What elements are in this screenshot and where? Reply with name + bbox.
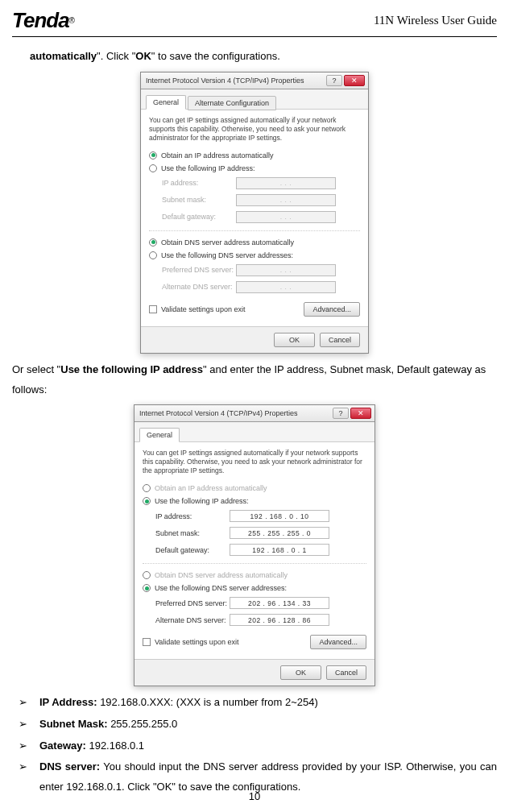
bullet-value: You should input the DNS server address …	[39, 760, 497, 793]
radio-label: Use the following IP address:	[155, 497, 248, 505]
ip-input[interactable]: 192 . 168 . 0 . 1	[230, 544, 329, 556]
bullet-icon: ➢	[19, 736, 39, 756]
ipv4-properties-dialog-auto: Internet Protocol Version 4 (TCP/IPv4) P…	[140, 72, 369, 354]
bullet-label: Gateway:	[39, 740, 86, 752]
bullet-value: 255.255.255.0	[108, 718, 178, 730]
list-item: ➢ Subnet Mask: 255.255.255.0	[19, 715, 497, 735]
help-icon[interactable]: ?	[326, 75, 342, 86]
bullet-list: ➢ IP Address: 192.168.0.XXX: (XXX is a n…	[19, 693, 497, 797]
para-useip: Or select "Use the following IP address"…	[12, 360, 497, 400]
field-label: Alternate DNS server:	[155, 616, 230, 624]
field-alternate-dns: Alternate DNS server: 202 . 96 . 128 . 8…	[143, 611, 366, 628]
bullet-icon: ➢	[19, 693, 39, 713]
field-subnet-mask: Subnet mask: . . .	[149, 192, 360, 209]
list-item: ➢ Gateway: 192.168.0.1	[19, 736, 497, 756]
advanced-button[interactable]: Advanced...	[304, 302, 360, 317]
field-default-gateway: Default gateway: . . .	[149, 209, 360, 226]
radio-obtain-dns-auto: Obtain DNS server address automatically	[143, 569, 366, 582]
radio-use-ip[interactable]: Use the following IP address:	[143, 495, 366, 508]
field-label: Default gateway:	[162, 213, 236, 221]
ip-input[interactable]: 202 . 96 . 134 . 33	[230, 597, 329, 609]
para-pre: Or select "	[12, 363, 60, 375]
doc-title: 11N Wireless User Guide	[374, 14, 497, 27]
field-label: Subnet mask:	[155, 529, 230, 537]
ip-input[interactable]: 255 . 255 . 255 . 0	[230, 527, 329, 539]
bullet-text: Gateway: 192.168.0.1	[39, 736, 497, 756]
radio-label: Obtain DNS server address automatically	[155, 571, 288, 579]
advanced-button[interactable]: Advanced...	[310, 635, 366, 649]
bullet-label: Subnet Mask:	[39, 718, 108, 730]
validate-checkbox-group[interactable]: Validate settings upon exit	[143, 638, 238, 646]
dialog-body: You can get IP settings assigned automat…	[141, 110, 368, 326]
dialog-footer: OK Cancel	[134, 659, 375, 686]
close-icon[interactable]: ✕	[344, 75, 365, 86]
logo-text: Tenda	[12, 8, 69, 32]
titlebar: Internet Protocol Version 4 (TCP/IPv4) P…	[141, 72, 368, 89]
para-bold: Use the following IP address	[60, 363, 203, 375]
radio-use-dns[interactable]: Use the following DNS server addresses:	[143, 582, 366, 594]
field-label: Subnet mask:	[162, 196, 236, 204]
ip-input: . . .	[236, 177, 336, 189]
page-number: 10	[0, 790, 509, 802]
dialog-body: You can get IP settings assigned automat…	[134, 442, 375, 659]
titlebar: Internet Protocol Version 4 (TCP/IPv4) P…	[134, 405, 375, 422]
ip-input: . . .	[236, 194, 336, 206]
bullet-icon: ➢	[19, 715, 39, 735]
intro-text: You can get IP settings assigned automat…	[143, 449, 366, 475]
radio-icon	[149, 238, 157, 246]
para-auto-ok: OK	[135, 50, 151, 62]
ip-input[interactable]: 192 . 168 . 0 . 10	[230, 510, 329, 522]
bullet-value: 192.168.0.XXX: (XXX is a number from 2~2…	[97, 696, 318, 708]
dialog-2-wrap: Internet Protocol Version 4 (TCP/IPv4) P…	[12, 404, 497, 686]
tab-strip: General	[134, 422, 375, 442]
tab-general[interactable]: General	[146, 95, 186, 110]
cancel-button[interactable]: Cancel	[326, 665, 366, 680]
radio-obtain-dns-auto[interactable]: Obtain DNS server address automatically	[149, 236, 360, 249]
dialog-title: Internet Protocol Version 4 (TCP/IPv4) P…	[146, 77, 304, 85]
radio-icon	[143, 497, 151, 505]
radio-icon	[149, 251, 157, 259]
logo: Tenda®	[12, 8, 75, 33]
tab-alternate[interactable]: Alternate Configuration	[188, 96, 276, 110]
checkbox-icon	[143, 638, 151, 646]
dialog-title: Internet Protocol Version 4 (TCP/IPv4) P…	[139, 409, 298, 417]
validate-checkbox-group[interactable]: Validate settings upon exit	[149, 305, 245, 313]
field-default-gateway: Default gateway: 192 . 168 . 0 . 1	[143, 541, 366, 558]
dialog-footer: OK Cancel	[141, 326, 368, 353]
radio-use-dns[interactable]: Use the following DNS server addresses:	[149, 249, 360, 262]
ip-input[interactable]: 202 . 96 . 128 . 86	[230, 614, 329, 626]
close-icon[interactable]: ✕	[350, 408, 371, 419]
radio-obtain-ip-auto[interactable]: Obtain an IP address automatically	[149, 149, 360, 162]
ip-input: . . .	[236, 211, 336, 223]
window-buttons: ? ✕	[333, 408, 371, 419]
field-label: Default gateway:	[155, 546, 230, 554]
ipv4-properties-dialog-manual: Internet Protocol Version 4 (TCP/IPv4) P…	[134, 404, 375, 686]
cancel-button[interactable]: Cancel	[320, 333, 360, 347]
page-header: Tenda® 11N Wireless User Guide	[12, 8, 497, 37]
field-label: Preferred DNS server:	[162, 266, 236, 274]
tab-general[interactable]: General	[139, 428, 180, 442]
bullet-text: IP Address: 192.168.0.XXX: (XXX is a num…	[39, 693, 497, 713]
field-subnet-mask: Subnet mask: 255 . 255 . 255 . 0	[143, 524, 366, 541]
help-icon[interactable]: ?	[333, 408, 349, 419]
radio-label: Obtain an IP address automatically	[155, 484, 267, 492]
radio-icon	[143, 584, 151, 592]
radio-use-ip[interactable]: Use the following IP address:	[149, 162, 360, 175]
radio-icon	[143, 571, 151, 579]
bullet-label: IP Address:	[39, 696, 97, 708]
bullet-label: DNS server:	[39, 760, 100, 773]
divider	[149, 230, 360, 231]
field-ip-address: IP address: . . .	[149, 175, 360, 192]
list-item: ➢ IP Address: 192.168.0.XXX: (XXX is a n…	[19, 693, 497, 713]
tab-strip: General Alternate Configuration	[141, 89, 368, 110]
ok-button[interactable]: OK	[274, 333, 315, 347]
field-ip-address: IP address: 192 . 168 . 0 . 10	[143, 508, 366, 524]
field-label: IP address:	[155, 512, 230, 520]
doc-title-prefix: 11N Wireless	[374, 14, 439, 27]
logo-registered: ®	[69, 16, 75, 25]
ok-button[interactable]: OK	[280, 665, 321, 680]
validate-row: Validate settings upon exit Advanced...	[149, 296, 360, 318]
window-buttons: ? ✕	[326, 75, 365, 86]
radio-obtain-ip-auto[interactable]: Obtain an IP address automatically	[143, 482, 366, 495]
field-alternate-dns: Alternate DNS server: . . .	[149, 279, 360, 296]
